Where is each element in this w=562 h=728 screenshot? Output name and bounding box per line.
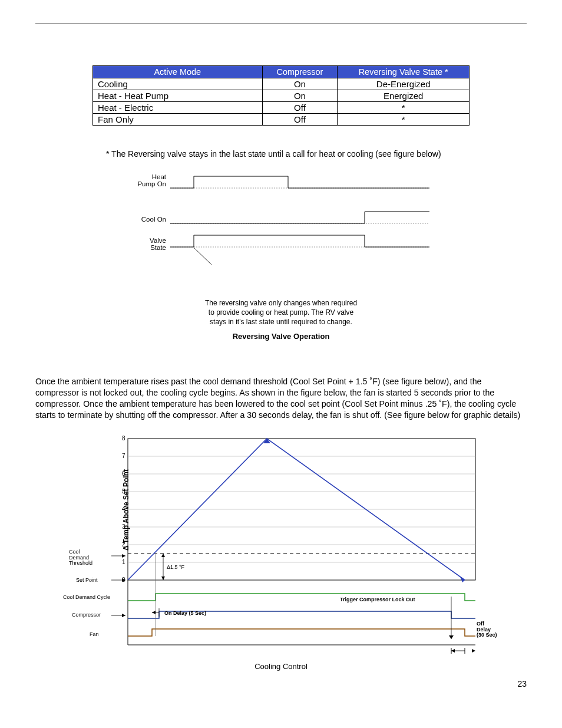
cell: Energized bbox=[338, 90, 470, 102]
label-delta: Δ1.5 °F bbox=[167, 565, 184, 570]
y-tick: 1 bbox=[122, 559, 125, 565]
diagram-note: The reversing valve only changes when re… bbox=[181, 298, 381, 327]
table-row: Fan Only Off * bbox=[93, 114, 470, 126]
y-tick: 7 bbox=[122, 453, 125, 459]
th-active-mode: Active Mode bbox=[93, 66, 263, 78]
svg-marker-25 bbox=[449, 635, 454, 639]
svg-marker-23 bbox=[152, 611, 156, 614]
note-line: The reversing valve only changes when re… bbox=[205, 299, 357, 307]
timing-svg bbox=[170, 173, 429, 279]
label-valve-state: Valve State bbox=[131, 237, 166, 251]
cell: * bbox=[338, 102, 470, 114]
label-compressor: Compressor bbox=[72, 612, 101, 618]
mode-table: Active Mode Compressor Reversing Valve S… bbox=[92, 65, 470, 126]
y-tick: 6 bbox=[122, 470, 125, 477]
table-row: Heat - Electric Off * bbox=[93, 102, 470, 114]
cell: On bbox=[262, 90, 338, 102]
chart-caption: Cooling Control bbox=[63, 662, 499, 671]
y-tick: 4 bbox=[122, 506, 125, 512]
label-fan: Fan bbox=[90, 632, 99, 637]
note-line: stays in it's last state until required … bbox=[210, 318, 352, 326]
note-line: to provide cooling or heat pump. The RV … bbox=[209, 308, 353, 317]
svg-marker-30 bbox=[472, 649, 475, 653]
cell: Cooling bbox=[93, 78, 263, 90]
label-heat-pump: Heat Pump On bbox=[131, 173, 166, 187]
diagram1-caption: Reversing Valve Operation bbox=[35, 332, 527, 341]
svg-marker-14 bbox=[161, 554, 165, 557]
y-tick: 0 bbox=[122, 577, 125, 583]
svg-marker-36 bbox=[122, 614, 125, 617]
label-trigger-lockout: Trigger Compressor Lock Out bbox=[340, 597, 415, 602]
table-footnote: * The Reversing valve stays in the last … bbox=[106, 149, 527, 159]
svg-marker-15 bbox=[161, 577, 165, 580]
table-header-row: Active Mode Compressor Reversing Valve S… bbox=[93, 66, 470, 78]
y-tick: 2 bbox=[122, 541, 125, 548]
label-on-delay: On Delay (5 Sec) bbox=[164, 611, 206, 616]
label-cool-demand-threshold: Cool Demand Threshold bbox=[69, 549, 102, 566]
label-cool-on: Cool On bbox=[131, 216, 166, 223]
svg-marker-32 bbox=[122, 554, 125, 558]
cell: Heat - Electric bbox=[93, 102, 263, 114]
label-off-delay: Off Delay (30 Sec) bbox=[477, 621, 497, 638]
cell: On bbox=[262, 78, 338, 90]
cell: De-Energized bbox=[338, 78, 470, 90]
y-tick: 3 bbox=[122, 523, 125, 530]
cooling-control-chart: Δ Temp Above Set Point 8 7 6 5 4 3 2 1 0… bbox=[63, 433, 499, 671]
cell: * bbox=[338, 114, 470, 126]
svg-marker-29 bbox=[451, 649, 455, 653]
table-row: Cooling On De-Energized bbox=[93, 78, 470, 90]
th-compressor: Compressor bbox=[262, 66, 338, 78]
label-cool-demand-cycle: Cool Demand Cycle bbox=[63, 595, 110, 600]
page-number: 23 bbox=[35, 679, 527, 689]
svg-line-3 bbox=[194, 248, 211, 265]
cell: Heat - Heat Pump bbox=[93, 90, 263, 102]
cell: Off bbox=[262, 114, 338, 126]
y-tick: 8 bbox=[122, 435, 125, 442]
y-tick: 5 bbox=[122, 488, 125, 495]
body-paragraph: Once the ambient temperature rises past … bbox=[35, 376, 527, 421]
reversing-valve-diagram: Heat Pump On Cool On Valve State bbox=[134, 173, 428, 291]
th-reversing-valve: Reversing Valve State * bbox=[338, 66, 470, 78]
table-row: Heat - Heat Pump On Energized bbox=[93, 90, 470, 102]
top-rule bbox=[35, 24, 527, 24]
label-set-point: Set Point bbox=[76, 578, 98, 583]
cell: Fan Only bbox=[93, 114, 263, 126]
cell: Off bbox=[262, 102, 338, 114]
